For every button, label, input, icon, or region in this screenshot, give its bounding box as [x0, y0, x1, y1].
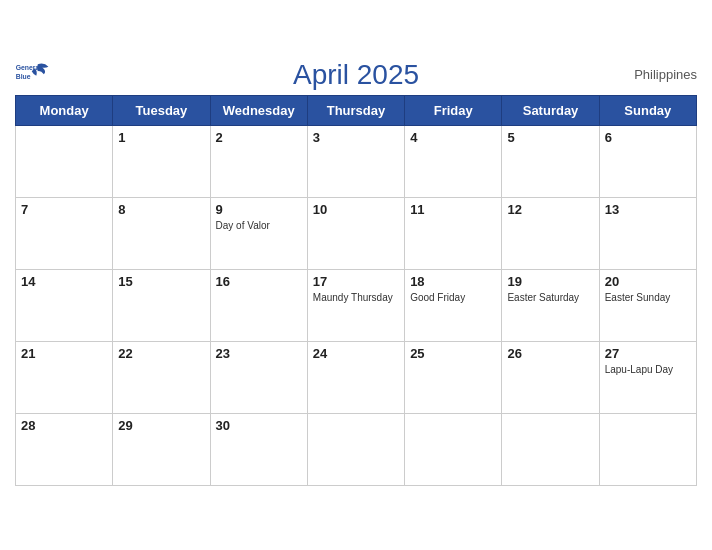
- header-saturday: Saturday: [502, 96, 599, 126]
- day-cell: 20Easter Sunday: [599, 270, 696, 342]
- day-number: 13: [605, 202, 691, 217]
- weekday-header-row: Monday Tuesday Wednesday Thursday Friday…: [16, 96, 697, 126]
- holiday-name: Lapu-Lapu Day: [605, 363, 691, 376]
- holiday-name: Easter Saturday: [507, 291, 593, 304]
- day-cell: 3: [307, 126, 404, 198]
- day-cell: 30: [210, 414, 307, 486]
- day-number: 20: [605, 274, 691, 289]
- day-number: 8: [118, 202, 204, 217]
- day-cell: 4: [405, 126, 502, 198]
- calendar-container: General Blue April 2025 Philippines Mond…: [0, 49, 712, 501]
- header-wednesday: Wednesday: [210, 96, 307, 126]
- header-tuesday: Tuesday: [113, 96, 210, 126]
- day-number: 12: [507, 202, 593, 217]
- day-cell: 14: [16, 270, 113, 342]
- day-cell: 22: [113, 342, 210, 414]
- day-cell: 24: [307, 342, 404, 414]
- day-number: 3: [313, 130, 399, 145]
- day-cell: 15: [113, 270, 210, 342]
- week-row-1: 123456: [16, 126, 697, 198]
- day-cell: 28: [16, 414, 113, 486]
- day-cell: 19Easter Saturday: [502, 270, 599, 342]
- calendar-header: General Blue April 2025 Philippines: [15, 59, 697, 91]
- country-label: Philippines: [634, 67, 697, 82]
- day-cell: [307, 414, 404, 486]
- day-cell: 27Lapu-Lapu Day: [599, 342, 696, 414]
- day-number: 29: [118, 418, 204, 433]
- day-number: 5: [507, 130, 593, 145]
- day-number: 16: [216, 274, 302, 289]
- holiday-name: Easter Sunday: [605, 291, 691, 304]
- day-number: 23: [216, 346, 302, 361]
- day-number: 28: [21, 418, 107, 433]
- holiday-name: Good Friday: [410, 291, 496, 304]
- day-cell: 23: [210, 342, 307, 414]
- day-cell: 8: [113, 198, 210, 270]
- day-number: 4: [410, 130, 496, 145]
- day-number: 17: [313, 274, 399, 289]
- day-cell: 29: [113, 414, 210, 486]
- day-number: 11: [410, 202, 496, 217]
- day-number: 2: [216, 130, 302, 145]
- holiday-name: Maundy Thursday: [313, 291, 399, 304]
- day-cell: 16: [210, 270, 307, 342]
- day-cell: 6: [599, 126, 696, 198]
- day-cell: 9Day of Valor: [210, 198, 307, 270]
- day-number: 25: [410, 346, 496, 361]
- calendar-table: Monday Tuesday Wednesday Thursday Friday…: [15, 95, 697, 486]
- day-cell: [16, 126, 113, 198]
- week-row-3: 14151617Maundy Thursday18Good Friday19Ea…: [16, 270, 697, 342]
- day-cell: 25: [405, 342, 502, 414]
- day-cell: [405, 414, 502, 486]
- day-cell: 10: [307, 198, 404, 270]
- day-cell: 26: [502, 342, 599, 414]
- day-number: 18: [410, 274, 496, 289]
- day-number: 19: [507, 274, 593, 289]
- day-cell: 12: [502, 198, 599, 270]
- day-number: 21: [21, 346, 107, 361]
- day-number: 27: [605, 346, 691, 361]
- holiday-name: Day of Valor: [216, 219, 302, 232]
- day-cell: 2: [210, 126, 307, 198]
- week-row-2: 789Day of Valor10111213: [16, 198, 697, 270]
- day-number: 10: [313, 202, 399, 217]
- day-number: 26: [507, 346, 593, 361]
- day-number: 6: [605, 130, 691, 145]
- day-cell: 17Maundy Thursday: [307, 270, 404, 342]
- week-row-5: 282930: [16, 414, 697, 486]
- brand-logo: General Blue: [15, 59, 53, 91]
- day-cell: 13: [599, 198, 696, 270]
- header-thursday: Thursday: [307, 96, 404, 126]
- header-monday: Monday: [16, 96, 113, 126]
- day-number: 15: [118, 274, 204, 289]
- day-cell: 7: [16, 198, 113, 270]
- day-cell: 11: [405, 198, 502, 270]
- day-number: 22: [118, 346, 204, 361]
- calendar-title: April 2025: [15, 59, 697, 91]
- day-number: 24: [313, 346, 399, 361]
- day-number: 1: [118, 130, 204, 145]
- day-number: 30: [216, 418, 302, 433]
- svg-text:Blue: Blue: [16, 73, 31, 80]
- day-cell: [599, 414, 696, 486]
- day-number: 9: [216, 202, 302, 217]
- week-row-4: 21222324252627Lapu-Lapu Day: [16, 342, 697, 414]
- day-cell: 21: [16, 342, 113, 414]
- day-cell: 5: [502, 126, 599, 198]
- day-cell: 1: [113, 126, 210, 198]
- header-friday: Friday: [405, 96, 502, 126]
- day-cell: [502, 414, 599, 486]
- header-sunday: Sunday: [599, 96, 696, 126]
- day-number: 7: [21, 202, 107, 217]
- day-number: 14: [21, 274, 107, 289]
- day-cell: 18Good Friday: [405, 270, 502, 342]
